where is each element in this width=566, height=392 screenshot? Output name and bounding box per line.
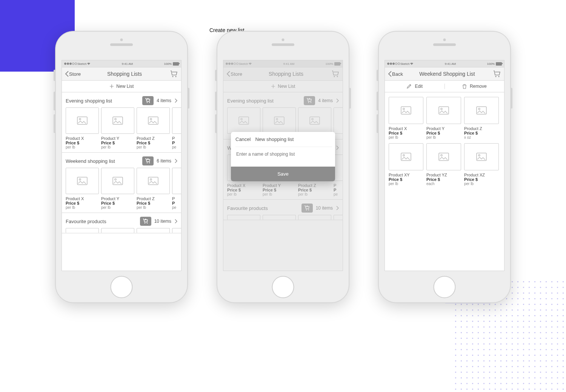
product-price: Price $ bbox=[426, 177, 460, 182]
new-list-label: New List bbox=[116, 84, 134, 89]
new-list-button[interactable]: New List bbox=[223, 81, 343, 92]
product-price: P bbox=[334, 188, 343, 192]
list-name-input[interactable] bbox=[235, 147, 332, 161]
product-name: Product Y bbox=[101, 136, 134, 141]
back-button[interactable]: Store bbox=[226, 71, 242, 77]
product-unit: per lb bbox=[137, 205, 169, 210]
carrier-label: Sketch bbox=[400, 62, 409, 66]
product-card[interactable]: Product XPrice $per lb bbox=[389, 97, 423, 139]
svg-point-13 bbox=[149, 162, 150, 163]
save-button[interactable]: Save bbox=[231, 167, 335, 181]
wifi-icon bbox=[248, 62, 252, 65]
svg-point-3 bbox=[149, 102, 150, 103]
product-name: Product Y bbox=[101, 196, 134, 201]
add-to-cart-button[interactable] bbox=[140, 217, 151, 226]
image-placeholder-icon bbox=[334, 107, 343, 134]
product-card[interactable]: Product YPrice $per lb bbox=[101, 168, 134, 210]
add-to-cart-button[interactable] bbox=[142, 96, 154, 105]
edit-label: Edit bbox=[415, 84, 423, 89]
product-card[interactable]: Product XZPrice $per lb bbox=[464, 143, 498, 186]
product-name: Product Z bbox=[464, 126, 498, 131]
image-placeholder-icon bbox=[263, 107, 296, 134]
product-name: Product Z bbox=[298, 183, 331, 188]
chevron-right-icon[interactable] bbox=[336, 145, 339, 150]
add-to-cart-button[interactable] bbox=[142, 156, 154, 165]
clock-label: 9:41 AM bbox=[445, 62, 456, 66]
product-name: Product X bbox=[227, 183, 260, 188]
page-title: Shopping Lists bbox=[107, 71, 142, 77]
product-card[interactable]: Product YPrice $per lb bbox=[426, 97, 460, 139]
phone-mockup-detail: Sketch 9:41 AM 100% Back bbox=[378, 31, 511, 303]
product-price: Price $ bbox=[464, 177, 498, 182]
product-price: Price $ bbox=[101, 201, 134, 205]
product-card[interactable]: Product YZPrice $each bbox=[426, 143, 460, 186]
svg-point-22 bbox=[144, 223, 145, 224]
section-title: Weekend shopping list bbox=[66, 158, 115, 164]
battery-icon bbox=[334, 62, 340, 66]
product-card[interactable]: PPpe bbox=[172, 168, 181, 210]
product-unit: per lb bbox=[426, 135, 460, 139]
product-price: Price $ bbox=[227, 188, 260, 192]
remove-button[interactable]: Remove bbox=[445, 84, 504, 89]
svg-point-61 bbox=[478, 155, 480, 156]
chevron-right-icon[interactable] bbox=[174, 98, 177, 103]
signal-icon bbox=[64, 63, 77, 65]
product-unit: per lb bbox=[227, 192, 260, 196]
product-name: Product XZ bbox=[464, 173, 498, 177]
carrier-label: Sketch bbox=[239, 62, 248, 66]
product-name: P bbox=[172, 196, 181, 201]
product-unit: per lb bbox=[263, 192, 295, 196]
cancel-button[interactable]: Cancel bbox=[235, 136, 251, 142]
back-button[interactable]: Store bbox=[65, 71, 81, 77]
signal-icon bbox=[226, 63, 238, 65]
svg-point-55 bbox=[478, 108, 480, 110]
svg-point-31 bbox=[276, 118, 278, 120]
product-card[interactable]: Product ZPrice $x oz bbox=[464, 97, 498, 139]
product-name: Product Z bbox=[137, 196, 169, 201]
cart-icon[interactable] bbox=[331, 70, 340, 78]
chevron-left-icon bbox=[388, 71, 392, 77]
chevron-right-icon[interactable] bbox=[174, 219, 177, 224]
chevron-right-icon[interactable] bbox=[336, 98, 339, 103]
cart-icon[interactable] bbox=[493, 70, 501, 78]
svg-point-51 bbox=[403, 108, 405, 110]
image-placeholder-icon bbox=[263, 215, 296, 220]
product-card[interactable]: Product YPrice $per lb bbox=[101, 107, 134, 149]
product-unit: per lb bbox=[66, 145, 98, 149]
image-placeholder-icon bbox=[426, 143, 461, 170]
add-to-cart-button[interactable] bbox=[304, 96, 315, 105]
chevron-right-icon[interactable] bbox=[336, 206, 339, 210]
product-card[interactable]: Product ZPrice $per lb bbox=[137, 107, 169, 149]
svg-point-59 bbox=[441, 155, 442, 156]
back-button[interactable]: Back bbox=[388, 71, 403, 77]
product-card[interactable]: Product ZPrice $per lb bbox=[137, 168, 169, 210]
product-card[interactable]: Product XYPrice $per lb bbox=[389, 143, 423, 186]
nav-bar: Store Shopping Lists bbox=[62, 67, 181, 81]
image-placeholder-icon bbox=[66, 107, 99, 134]
edit-button[interactable]: Edit bbox=[385, 84, 445, 89]
new-list-label: New List bbox=[278, 84, 295, 89]
product-card[interactable]: Product XPrice $per lb bbox=[66, 168, 98, 210]
chevron-right-icon[interactable] bbox=[174, 159, 177, 163]
section-title: Favourite products bbox=[227, 205, 268, 211]
product-unit: pe bbox=[172, 205, 181, 210]
product-card[interactable]: Product XPrice $per lb bbox=[66, 107, 98, 149]
battery-percent: 100% bbox=[326, 62, 333, 66]
svg-point-1 bbox=[175, 76, 176, 77]
shopping-list-section: Favourite products10 items bbox=[223, 200, 343, 220]
phone-mockup-new-list: Sketch 9:41 AM 100% Store bbox=[217, 31, 349, 303]
svg-point-2 bbox=[147, 102, 148, 103]
nav-bar: Back Weekend Shopping List bbox=[385, 67, 504, 81]
product-unit: per lb bbox=[464, 182, 498, 186]
cart-icon[interactable] bbox=[170, 70, 178, 78]
product-card[interactable] bbox=[334, 107, 343, 136]
svg-point-47 bbox=[308, 210, 309, 210]
image-placeholder-icon bbox=[172, 107, 181, 134]
svg-point-9 bbox=[150, 118, 152, 120]
add-to-cart-button[interactable] bbox=[301, 204, 313, 213]
product-card[interactable]: PPpe bbox=[172, 107, 181, 149]
status-bar: Sketch 9:41 AM 100% bbox=[385, 60, 504, 67]
new-list-button[interactable]: New List bbox=[62, 81, 181, 92]
product-name: Product X bbox=[66, 196, 98, 201]
product-name: Product XY bbox=[389, 173, 423, 177]
